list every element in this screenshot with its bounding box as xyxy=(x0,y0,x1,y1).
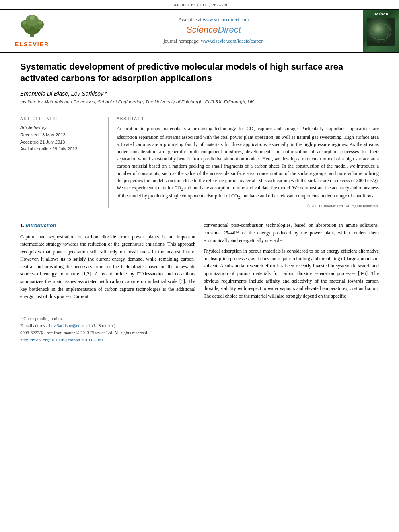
intro-paragraph-3: Physical adsorption in porous materials … xyxy=(204,247,379,300)
article-content: Systematic development of predictive mol… xyxy=(0,53,399,351)
body-col-left: 1. Introduction Capture and sequestratio… xyxy=(20,222,195,303)
svg-point-5 xyxy=(22,21,26,25)
main-body: 1. Introduction Capture and sequestratio… xyxy=(20,222,379,303)
svg-point-6 xyxy=(38,21,42,25)
received-date: Received 13 May 2013 xyxy=(20,131,102,139)
footnote-section: * Corresponding author. E-mail address: … xyxy=(20,312,379,343)
carbon-cover-thumbnail xyxy=(367,18,395,46)
svg-point-8 xyxy=(31,31,33,34)
article-title: Systematic development of predictive mol… xyxy=(20,61,379,84)
section-heading-intro: 1. Introduction xyxy=(20,222,195,230)
online-date: Available online 29 July 2013 xyxy=(20,146,102,153)
carbon-cover-image: Carbon xyxy=(363,10,399,52)
intro-paragraph-1: Capture and sequestration of carbon diox… xyxy=(20,233,195,300)
section-number: 1. xyxy=(20,222,25,228)
footnote-email: E-mail address: Lev.Sarkisov@ed.ac.uk (L… xyxy=(20,322,379,329)
homepage-link[interactable]: www.elsevier.com/locate/carbon xyxy=(201,38,264,44)
article-authors: Emanuela Di Biase, Lev Sarkisov * xyxy=(20,90,379,97)
svg-point-7 xyxy=(30,15,35,20)
article-info-heading: ARTICLE INFO xyxy=(20,117,102,121)
intro-paragraph-2: conventional post-combustion technologie… xyxy=(204,222,379,244)
sciencedirect-brand: ScienceDirect xyxy=(186,25,241,35)
doi-link[interactable]: http://dx.doi.org/10.1016/j.carbon.2013.… xyxy=(20,337,103,342)
journal-citation: CARBON 64 (2013) 262–280 xyxy=(0,0,399,9)
article-dates: Received 13 May 2013 Accepted 21 July 20… xyxy=(20,131,102,153)
body-col-right: conventional post-combustion technologie… xyxy=(204,222,379,303)
article-affiliation: Institute for Materials and Processes, S… xyxy=(20,99,379,104)
carbon-journal-title: Carbon xyxy=(373,12,389,16)
available-at-text: Available at www.sciencedirect.com xyxy=(179,17,249,23)
accepted-date: Accepted 21 July 2013 xyxy=(20,139,102,146)
footnote-issn: 0008-6223/$ – see front matter © 2013 El… xyxy=(20,329,379,337)
email-link[interactable]: Lev.Sarkisov@ed.ac.uk xyxy=(49,323,90,328)
abstract-heading: ABSTRACT xyxy=(117,117,379,121)
abstract-column: ABSTRACT Adsorption in porous materials … xyxy=(117,117,379,208)
footnote-doi: http://dx.doi.org/10.1016/j.carbon.2013.… xyxy=(20,337,379,344)
section-divider xyxy=(20,215,379,215)
carbon-cover-art xyxy=(367,18,395,46)
article-history-label: Article history: xyxy=(20,125,102,130)
elsevier-brand: ELSEVIER xyxy=(15,41,49,47)
article-info-column: ARTICLE INFO Article history: Received 1… xyxy=(20,117,109,208)
journal-center-info: Available at www.sciencedirect.com Scien… xyxy=(64,10,363,52)
homepage-text: journal homepage: www.elsevier.com/locat… xyxy=(163,38,263,44)
journal-header: ELSEVIER Available at www.sciencedirect.… xyxy=(0,9,399,53)
abstract-body: Adsorption in porous materials is a prom… xyxy=(117,125,379,200)
elsevier-logo-section: ELSEVIER xyxy=(0,10,64,52)
section-title: Introduction xyxy=(26,222,56,228)
footnote-corresponding: * Corresponding author. xyxy=(20,315,379,322)
copyright-text: © 2013 Elsevier Ltd. All rights reserved… xyxy=(117,203,379,208)
article-info-abstract-section: ARTICLE INFO Article history: Received 1… xyxy=(20,111,379,208)
elsevier-tree-icon xyxy=(14,14,50,39)
